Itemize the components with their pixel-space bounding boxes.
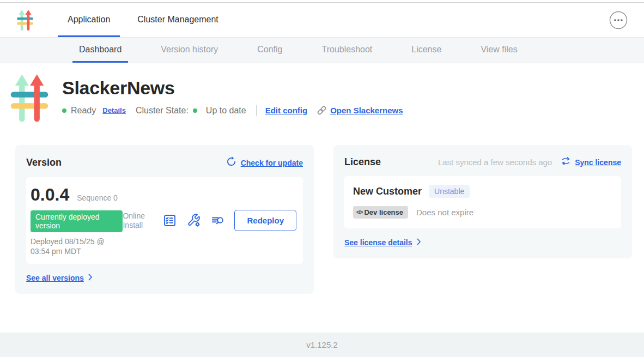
tab-license[interactable]: License (405, 38, 448, 63)
license-type-label: Dev license (364, 208, 403, 216)
last-synced-text: Last synced a few seconds ago (438, 158, 552, 167)
console-version: v1.125.2 (306, 340, 338, 349)
console-footer: v1.125.2 (0, 332, 644, 357)
chevron-right-icon (88, 273, 93, 283)
chevron-right-icon (417, 238, 421, 247)
tab-config-label: Config (257, 45, 282, 55)
sync-license-link[interactable]: Sync license (561, 156, 621, 168)
status-details-link[interactable]: Details (102, 106, 126, 114)
app-logo-icon (16, 9, 34, 32)
cluster-state-label: Cluster State: (136, 106, 189, 116)
overflow-menu-button[interactable] (609, 11, 628, 29)
app-status-dot (62, 108, 66, 113)
see-license-details-link[interactable]: See license details (344, 238, 621, 247)
ellipsis-icon (609, 23, 628, 31)
edit-config-link[interactable]: Edit config (265, 106, 308, 115)
tab-view-files[interactable]: View files (474, 38, 524, 63)
tab-troubleshoot[interactable]: Troubleshoot (315, 38, 379, 63)
view-diff-icon[interactable] (210, 213, 225, 228)
top-nav-tabs: Application Cluster Management (58, 3, 236, 37)
see-all-versions-link[interactable]: See all versions (26, 273, 303, 283)
license-panel: New Customer Unstable </> Dev license Do… (344, 176, 621, 228)
tab-application[interactable]: Application (58, 3, 120, 37)
version-number: 0.0.4 (31, 185, 69, 205)
tab-cluster-management[interactable]: Cluster Management (127, 3, 228, 37)
page-title: SlackerNews (62, 77, 403, 99)
tab-config[interactable]: Config (251, 38, 289, 63)
tab-troubleshoot-label: Troubleshoot (321, 45, 372, 55)
sync-license-label: Sync license (575, 158, 621, 167)
tab-application-label: Application (68, 15, 110, 25)
preflight-checks-icon[interactable] (162, 213, 177, 228)
see-license-details-label: See license details (344, 238, 412, 247)
app-logo-large-icon (9, 72, 50, 124)
dashboard-main: SlackerNews Ready Details Cluster State:… (0, 63, 644, 332)
open-app-link[interactable]: Open Slackernews (316, 105, 403, 116)
tab-version-history[interactable]: Version history (154, 38, 224, 63)
app-subnav: Dashboard Version history Config Trouble… (0, 37, 644, 63)
customer-name: New Customer (353, 186, 422, 197)
license-expiry-text: Does not expire (416, 208, 473, 217)
version-card: Version Check for update 0.0.4 Sequ (15, 145, 314, 294)
sync-arrows-icon (561, 156, 571, 168)
code-icon: </> (356, 209, 362, 215)
tab-cluster-management-label: Cluster Management (137, 15, 218, 25)
license-card-title: License (344, 156, 381, 168)
deployed-badge: Currently deployed version (31, 210, 123, 232)
current-version-panel: 0.0.4 Sequence 0 Currently deployed vers… (26, 177, 303, 264)
app-status-text: Ready (71, 106, 96, 116)
app-header: SlackerNews Ready Details Cluster State:… (9, 72, 644, 124)
channel-badge: Unstable (429, 185, 470, 198)
cluster-state-dot (193, 108, 197, 113)
check-for-update-label: Check for update (241, 159, 303, 167)
top-header: Application Cluster Management (0, 3, 644, 37)
redeploy-button[interactable]: Redeploy (234, 210, 296, 231)
refresh-icon (226, 156, 237, 170)
version-card-title: Version (26, 157, 62, 168)
check-for-update-link[interactable]: Check for update (226, 156, 303, 170)
chain-link-icon (316, 105, 327, 116)
tab-view-files-label: View files (481, 45, 517, 55)
see-all-versions-label: See all versions (26, 274, 84, 282)
open-app-label: Open Slackernews (330, 106, 403, 115)
tab-version-history-label: Version history (161, 45, 218, 55)
config-wrench-icon[interactable] (186, 213, 201, 228)
license-card: License Last synced a few seconds ago Sy… (333, 145, 632, 258)
tab-dashboard[interactable]: Dashboard (72, 38, 128, 63)
sequence-label: Sequence 0 (77, 193, 118, 202)
cluster-state-text: Up to date (206, 106, 246, 116)
deployed-timestamp: Deployed 08/15/25 @ 03:54 pm MDT (31, 237, 123, 256)
divider (256, 105, 257, 116)
tab-dashboard-label: Dashboard (79, 45, 121, 55)
app-status-row: Ready Details Cluster State: Up to date … (62, 105, 403, 116)
license-type-badge: </> Dev license (353, 206, 408, 219)
tab-license-label: License (411, 45, 441, 55)
install-type-label: Online Install (123, 211, 153, 230)
